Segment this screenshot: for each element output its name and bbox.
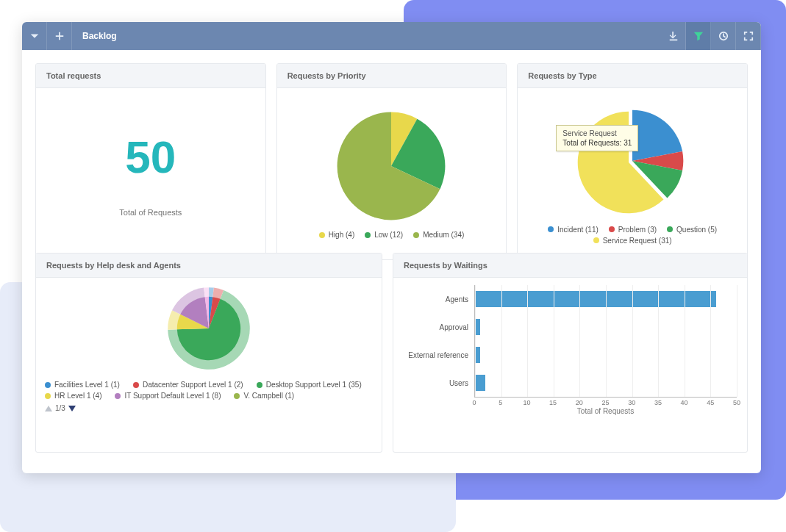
legend-label: Medium (34)	[423, 231, 464, 239]
legend-label: Question (5)	[676, 226, 717, 234]
legend-label: Desktop Support Level 1 (35)	[266, 381, 362, 389]
legend-label: Low (12)	[374, 231, 403, 239]
legend-swatch-icon	[45, 382, 51, 388]
legend-item[interactable]: Medium (34)	[413, 231, 464, 239]
bar-track	[474, 313, 737, 341]
legend-item[interactable]: HR Level 1 (4)	[45, 392, 101, 400]
helpdesk-pie-chart[interactable]	[162, 282, 255, 375]
legend-label: Service Request (31)	[603, 237, 672, 245]
legend-swatch-icon	[45, 393, 51, 399]
legend-swatch-icon	[667, 226, 673, 232]
bar-row: Users	[399, 369, 737, 397]
legend-item[interactable]: Desktop Support Level 1 (35)	[257, 381, 362, 389]
legend-label: Datacenter Support Level 1 (2)	[143, 381, 243, 389]
refresh-button[interactable]	[711, 22, 736, 50]
bar-axis-label: Total of Requests	[474, 407, 737, 415]
clock-icon	[718, 31, 729, 41]
legend-swatch-icon	[257, 382, 262, 388]
download-button[interactable]	[661, 22, 686, 50]
legend-item[interactable]: V. Campbell (1)	[234, 392, 294, 400]
card-title: Requests by Type	[518, 64, 747, 88]
legend-item[interactable]: IT Support Default Level 1 (8)	[115, 392, 221, 400]
legend-swatch-icon	[115, 393, 121, 399]
type-legend: Incident (11)Problem (3)Question (5)Serv…	[518, 220, 747, 252]
legend-label: Facilities Level 1 (1)	[54, 381, 120, 389]
legend-label: V. Campbell (1)	[243, 392, 294, 400]
filter-button[interactable]	[686, 22, 711, 50]
bar-fill[interactable]	[475, 375, 485, 391]
card-total-requests: Total requests 50 Total of Requests	[35, 63, 266, 260]
chevron-down-icon	[29, 31, 40, 41]
card-title: Total requests	[36, 64, 265, 88]
bar-track	[474, 285, 737, 313]
legend-label: HR Level 1 (4)	[54, 392, 101, 400]
card-requests-by-type: Requests by Type Service Request Total o…	[517, 63, 748, 260]
pager-text: 1/3	[55, 404, 65, 412]
legend-swatch-icon	[365, 232, 371, 238]
legend-item[interactable]: Incident (11)	[548, 226, 599, 234]
bar-category-label: External reference	[399, 351, 474, 359]
bar-track	[474, 369, 737, 397]
page-title: Backlog	[72, 31, 127, 41]
legend-swatch-icon	[548, 226, 554, 232]
card-requests-by-waitings: Requests by Waitings Agents Approval Ext…	[393, 253, 748, 453]
bar-category-label: Users	[399, 379, 474, 387]
total-value: 50	[125, 131, 176, 183]
type-pie-chart[interactable]	[574, 102, 691, 220]
card-title: Requests by Waitings	[393, 254, 747, 278]
expand-icon	[743, 31, 754, 41]
legend-item[interactable]: Question (5)	[667, 226, 717, 234]
card-requests-by-helpdesk: Requests by Help desk and Agents Facilit…	[35, 253, 382, 453]
chart-tooltip: Service Request Total of Requests: 31	[556, 125, 638, 151]
legend-item[interactable]: Problem (3)	[609, 226, 657, 234]
add-button[interactable]	[47, 22, 72, 50]
waitings-bar-chart[interactable]: Agents Approval External reference Users…	[393, 278, 747, 452]
card-requests-by-priority: Requests by Priority High (4)Low (12)Med…	[276, 63, 507, 260]
pager-next-icon[interactable]	[68, 406, 76, 411]
bar-category-label: Approval	[399, 323, 474, 331]
bar-row: External reference	[399, 341, 737, 369]
card-title: Requests by Priority	[277, 64, 507, 88]
legend-label: IT Support Default Level 1 (8)	[124, 392, 221, 400]
legend-label: Problem (3)	[618, 226, 657, 234]
legend-label: High (4)	[329, 231, 355, 239]
toolbar: Backlog	[22, 22, 761, 50]
bar-axis: 05101520253035404550	[474, 397, 737, 407]
legend-item[interactable]: Low (12)	[365, 231, 403, 239]
fullscreen-button[interactable]	[736, 22, 761, 50]
tooltip-name: Service Request	[562, 129, 632, 138]
legend-swatch-icon	[413, 232, 419, 238]
legend-swatch-icon	[609, 226, 615, 232]
legend-label: Incident (11)	[557, 226, 599, 234]
helpdesk-legend: Facilities Level 1 (1)Datacenter Support…	[36, 375, 382, 404]
priority-legend: High (4)Low (12)Medium (34)	[306, 225, 478, 246]
legend-item[interactable]: Datacenter Support Level 1 (2)	[133, 381, 243, 389]
legend-swatch-icon	[234, 393, 240, 399]
bar-category-label: Agents	[399, 295, 474, 303]
legend-item[interactable]: High (4)	[319, 231, 355, 239]
bar-row: Agents	[399, 285, 737, 313]
download-icon	[668, 31, 679, 41]
total-label: Total of Requests	[119, 208, 182, 217]
bar-fill[interactable]	[475, 291, 716, 307]
filter-icon	[693, 31, 704, 41]
legend-pager: 1/3	[36, 404, 382, 418]
bar-fill[interactable]	[475, 319, 480, 335]
plus-icon	[54, 31, 65, 41]
collapse-button[interactable]	[22, 22, 47, 50]
card-title: Requests by Help desk and Agents	[36, 254, 382, 278]
priority-pie-chart[interactable]	[332, 107, 450, 225]
legend-swatch-icon	[319, 232, 325, 238]
pager-prev-icon[interactable]	[45, 406, 52, 411]
legend-swatch-icon	[133, 382, 139, 388]
legend-item[interactable]: Service Request (31)	[593, 237, 672, 245]
bar-row: Approval	[399, 313, 737, 341]
tooltip-value: Total of Requests: 31	[562, 138, 632, 148]
legend-item[interactable]: Facilities Level 1 (1)	[45, 381, 120, 389]
bar-track	[474, 341, 737, 369]
legend-swatch-icon	[593, 237, 599, 243]
bar-fill[interactable]	[475, 347, 480, 363]
